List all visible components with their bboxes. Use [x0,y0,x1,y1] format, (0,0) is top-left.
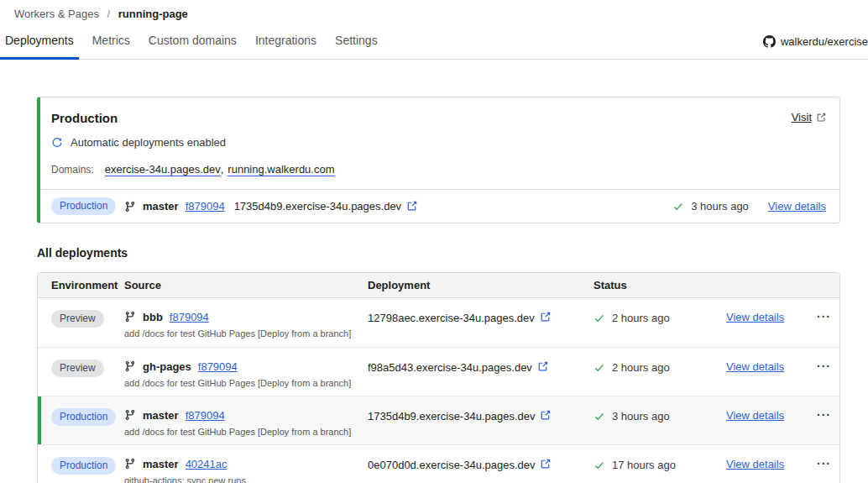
external-link-icon[interactable] [537,361,548,372]
domain-separator: , [221,163,224,176]
refresh-icon [51,137,63,149]
deployment-time: 3 hours ago [612,410,670,423]
breadcrumb: Workers & Pages / running-page [0,0,868,20]
more-actions-button[interactable]: ··· [817,311,831,323]
domain-link-pages-dev[interactable]: exercise-34u.pages.dev [105,163,221,176]
more-actions-button[interactable]: ··· [817,360,831,372]
github-icon [763,35,776,48]
tab-bar: Deployments Metrics Custom domains Integ… [0,26,868,60]
all-deployments-title: All deployments [37,246,840,260]
breadcrumb-workers-pages[interactable]: Workers & Pages [14,8,99,20]
view-details-link[interactable]: View details [768,200,826,213]
commit-message: add /docs for test GitHub Pages [Deploy … [124,378,368,388]
column-header-deployment: Deployment [368,279,593,291]
commit-link[interactable]: f879094 [186,409,225,422]
table-row: Production master 40241ac github-actions… [38,444,839,483]
environment-badge: Production [51,457,116,475]
production-card-title: Production [51,111,118,125]
external-link-icon[interactable] [540,410,551,421]
auto-deployments-text: Automatic deployments enabled [71,136,226,149]
commit-link[interactable]: f879094 [186,200,225,213]
table-row: Preview gh-pages f879094 add /docs for t… [38,347,839,396]
table-header: Environment Source Deployment Status [38,273,839,298]
git-branch-icon [124,360,136,372]
external-link-icon[interactable] [540,459,551,470]
tab-deployments[interactable]: Deployments [0,26,79,60]
visit-link[interactable]: Visit [792,111,826,123]
tab-custom-domains[interactable]: Custom domains [144,26,242,60]
git-branch-icon [124,409,136,421]
tab-integrations[interactable]: Integrations [250,26,322,60]
check-icon [672,201,684,213]
column-header-environment: Environment [51,279,124,291]
column-header-status: Status [593,279,726,291]
table-row: Preview bbb f879094 add /docs for test G… [38,298,839,347]
domains-label: Domains: [51,164,94,176]
more-actions-button[interactable]: ··· [817,409,831,421]
branch-name: master [143,409,179,422]
tab-settings[interactable]: Settings [330,26,383,60]
deployment-url: 1735d4b9.exercise-34u.pages.dev [368,410,535,423]
deployment-url: f98a5d43.exercise-34u.pages.dev [368,361,532,374]
deployment-url: 12798aec.exercise-34u.pages.dev [368,312,535,324]
more-actions-button[interactable]: ··· [817,458,831,470]
production-card: Production Visit Automatic deployments e… [37,97,840,223]
environment-badge: Preview [51,310,104,328]
check-icon [593,361,605,374]
github-repo-link[interactable]: walkerdu/exercise [763,35,868,59]
view-details-link[interactable]: View details [726,311,784,323]
deployment-time: 2 hours ago [612,312,670,324]
deployment-time: 2 hours ago [612,361,670,374]
commit-message: add /docs for test GitHub Pages [Deploy … [124,328,368,339]
commit-link[interactable]: f879094 [170,311,209,323]
branch-name: gh-pages [143,360,191,373]
deployment-time: 17 hours ago [612,459,676,471]
check-icon [593,410,605,423]
check-icon [593,459,605,471]
column-header-source: Source [124,279,368,291]
domain-link-custom[interactable]: running.walkerdu.com [227,163,334,176]
commit-link[interactable]: f879094 [198,360,238,373]
git-branch-icon [124,458,136,470]
deployments-table: Environment Source Deployment Status Pre… [37,272,840,483]
environment-badge: Production [51,408,116,426]
environment-badge: Preview [51,360,104,377]
deployment-url: 0e070d0d.exercise-34u.pages.dev [368,459,535,471]
breadcrumb-separator: / [107,8,111,20]
git-branch-icon [124,311,136,323]
deployment-url: 1735d4b9.exercise-34u.pages.dev [234,200,401,213]
branch-name: bbb [143,311,163,323]
breadcrumb-current-page: running-page [118,8,188,20]
commit-message: add /docs for test GitHub Pages [Deploy … [124,427,368,437]
visit-label: Visit [792,111,812,123]
view-details-link[interactable]: View details [726,409,784,422]
external-link-icon[interactable] [540,312,551,323]
tab-metrics[interactable]: Metrics [87,26,135,60]
git-branch-icon [124,201,136,213]
table-row: Production master f879094 add /docs for … [38,396,839,444]
branch-name: master [143,458,179,470]
check-icon [593,312,605,324]
view-details-link[interactable]: View details [726,458,784,470]
environment-badge: Production [51,197,116,215]
external-link-icon [816,113,826,123]
production-deployment-row: Production master f879094 1735d4b9.exerc… [40,189,839,223]
commit-link[interactable]: 40241ac [186,458,227,470]
view-details-link[interactable]: View details [726,360,784,373]
commit-message: github-actions: sync new runs [124,475,368,483]
branch-name: master [143,200,179,213]
github-repo-name: walkerdu/exercise [781,35,868,48]
deployment-time: 3 hours ago [691,200,749,213]
external-link-icon[interactable] [406,201,417,212]
